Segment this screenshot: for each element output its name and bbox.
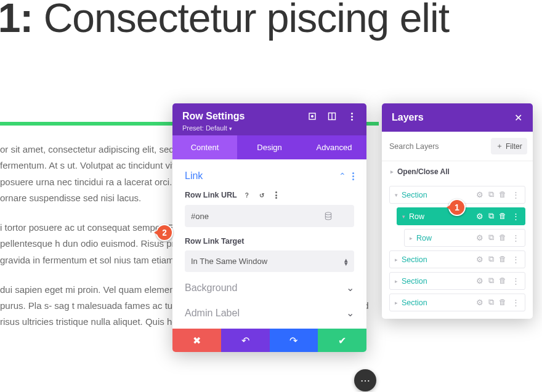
more-icon[interactable]: ⋮	[512, 212, 520, 221]
panel-footer: ✖ ↶ ↷ ✔	[172, 329, 366, 352]
preset-label[interactable]: Preset: Default	[182, 124, 357, 132]
duplicate-icon[interactable]: ⧉	[488, 212, 494, 221]
section-admin-label-text: Admin Label	[185, 308, 240, 319]
trash-icon[interactable]: 🗑	[499, 298, 507, 307]
row-link-target-select[interactable]: In The Same Window ▴▾	[185, 250, 354, 272]
duplicate-icon[interactable]: ⧉	[488, 190, 494, 199]
svg-point-1	[312, 116, 313, 118]
caret-right-icon: ▸	[410, 235, 413, 241]
layer-row-row[interactable]: ▸Row ⚙⧉🗑⋮	[404, 229, 525, 247]
select-caret-icon: ▴▾	[344, 258, 348, 265]
caret-right-icon: ▸	[395, 300, 398, 306]
layer-row-section[interactable]: ▸Section ⚙⧉🗑⋮	[389, 272, 525, 290]
duplicate-icon[interactable]: ⧉	[488, 233, 494, 242]
panel-title: Row Settings	[182, 111, 245, 122]
row-link-url-label: Row Link URL ? ↺	[185, 190, 354, 200]
tab-content[interactable]: Content	[172, 135, 237, 159]
more-icon[interactable]: ⋮	[512, 298, 520, 307]
plus-icon: ＋	[496, 141, 503, 151]
row-link-url-value: #one	[191, 212, 209, 221]
page-title-rest: Consectetur piscing elit	[44, 0, 449, 41]
more-icon[interactable]: ⋮	[512, 276, 520, 286]
save-button[interactable]: ✔	[318, 329, 366, 352]
trash-icon[interactable]: 🗑	[499, 255, 507, 264]
gear-icon[interactable]: ⚙	[476, 233, 483, 242]
caret-down-icon: ▾	[402, 214, 405, 220]
settings-tabs: Content Design Advanced	[172, 135, 366, 159]
filter-button[interactable]: ＋Filter	[491, 138, 527, 154]
dynamic-content-icon[interactable]	[323, 211, 333, 221]
tab-design[interactable]: Design	[237, 135, 302, 159]
chevron-down-icon: ⌄	[346, 282, 354, 294]
help-icon[interactable]: ?	[242, 190, 252, 200]
layer-label: Section	[402, 191, 427, 199]
section-link-label: Link	[185, 170, 203, 182]
layers-header: Layers ✕	[382, 103, 533, 132]
annotation-1: 1	[448, 199, 466, 216]
reset-icon[interactable]: ↺	[257, 190, 267, 200]
trash-icon[interactable]: 🗑	[499, 190, 507, 199]
row-link-target-label: Row Link Target	[185, 237, 354, 246]
duplicate-icon[interactable]: ⧉	[488, 276, 494, 286]
caret-down-icon: ▾	[395, 192, 398, 198]
row-link-url-input[interactable]: #one	[185, 205, 354, 227]
gear-icon[interactable]: ⚙	[476, 190, 483, 199]
layer-label: Section	[402, 255, 427, 264]
trash-icon[interactable]: 🗑	[499, 276, 507, 286]
section-more-icon[interactable]	[352, 172, 354, 180]
dock-icon[interactable]	[327, 111, 337, 121]
layer-label: Row	[409, 212, 424, 221]
layer-row-section[interactable]: ▸Section ⚙⧉🗑⋮	[389, 250, 525, 268]
close-icon: ✖	[193, 335, 201, 346]
page-title: p 1: Consectetur piscing elit	[0, 0, 449, 42]
svg-point-4	[325, 212, 331, 215]
dots-horizontal-icon: ⋯	[360, 375, 370, 386]
chevron-up-icon[interactable]: ⌃	[339, 171, 346, 181]
gear-icon[interactable]: ⚙	[476, 212, 483, 221]
search-input[interactable]	[389, 142, 486, 151]
more-icon[interactable]: ⋮	[512, 233, 520, 242]
trash-icon[interactable]: 🗑	[499, 212, 507, 221]
undo-button[interactable]: ↶	[221, 329, 270, 352]
more-icon[interactable]: ⋮	[512, 255, 520, 264]
layers-search-bar: ＋Filter	[382, 132, 533, 161]
redo-icon: ↷	[289, 335, 297, 346]
layer-label: Section	[402, 298, 427, 307]
field-more-icon[interactable]	[272, 190, 281, 200]
layer-row-section[interactable]: ▸Section ⚙⧉🗑⋮	[389, 294, 525, 311]
section-admin-label[interactable]: Admin Label ⌄	[185, 297, 354, 322]
layers-title: Layers	[392, 112, 424, 123]
more-icon[interactable]: ⋮	[512, 190, 520, 199]
layer-label: Row	[416, 234, 432, 242]
layer-label: Section	[402, 277, 427, 286]
undo-icon: ↶	[241, 335, 249, 346]
row-settings-panel: Row Settings Preset: Default Content Des…	[172, 103, 366, 352]
section-link[interactable]: Link ⌃	[185, 170, 354, 182]
gear-icon[interactable]: ⚙	[476, 298, 483, 307]
caret-right-icon: ▸	[390, 169, 394, 175]
gear-icon[interactable]: ⚙	[476, 276, 483, 286]
open-close-all[interactable]: ▸ Open/Close All	[382, 161, 533, 182]
check-icon: ✔	[338, 335, 346, 346]
cancel-button[interactable]: ✖	[172, 329, 221, 352]
gear-icon[interactable]: ⚙	[476, 255, 483, 264]
panel-header: Row Settings Preset: Default	[172, 103, 366, 135]
close-icon[interactable]: ✕	[513, 113, 523, 122]
caret-right-icon: ▸	[395, 257, 398, 263]
expand-icon[interactable]	[307, 111, 317, 121]
panel-body: Link ⌃ Row Link URL ? ↺ #one Row Link Ta…	[172, 159, 366, 329]
caret-right-icon: ▸	[395, 278, 398, 284]
tab-advanced[interactable]: Advanced	[302, 135, 366, 159]
section-background-label: Background	[185, 282, 237, 294]
annotation-2: 2	[156, 224, 173, 241]
duplicate-icon[interactable]: ⧉	[488, 255, 494, 264]
section-background[interactable]: Background ⌄	[185, 272, 354, 297]
more-icon[interactable]	[347, 111, 357, 121]
duplicate-icon[interactable]: ⧉	[488, 298, 494, 307]
open-close-all-label: Open/Close All	[397, 167, 450, 176]
trash-icon[interactable]: 🗑	[499, 233, 507, 242]
row-link-target-value: In The Same Window	[191, 257, 267, 266]
chevron-down-icon: ⌄	[346, 307, 354, 319]
redo-button[interactable]: ↷	[270, 329, 318, 352]
toggle-builder-button[interactable]: ⋯	[354, 369, 376, 391]
